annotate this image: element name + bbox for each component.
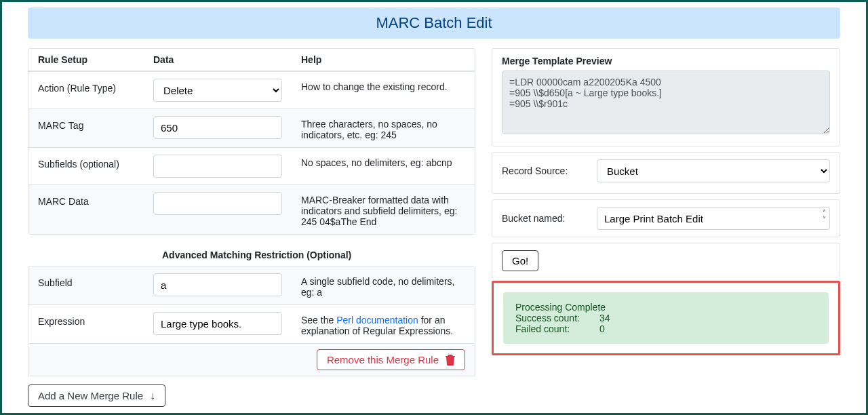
adv-subfield-label: Subfield: [38, 273, 153, 288]
merge-preview-panel: Merge Template Preview: [492, 48, 840, 146]
bucket-name-input[interactable]: [597, 207, 830, 230]
adv-expression-input[interactable]: [153, 312, 282, 335]
adv-subfield-help: A single subfield code, no delimiters, e…: [301, 273, 465, 298]
header-help: Help: [301, 54, 465, 65]
subfields-help: No spaces, no delimiters, eg: abcnp: [301, 155, 465, 168]
page-title: MARC Batch Edit: [28, 7, 840, 39]
advanced-heading: Advanced Matching Restriction (Optional): [28, 244, 475, 266]
processing-complete-text: Processing Complete: [515, 302, 816, 313]
remove-rule-label: Remove this Merge Rule: [327, 354, 439, 365]
processing-result: Processing Complete Success count: 34 Fa…: [503, 292, 829, 344]
bucket-panel: Bucket named: ˄˅: [492, 199, 840, 237]
success-count-value: 34: [599, 313, 610, 323]
record-source-select[interactable]: Bucket: [597, 159, 830, 182]
action-help: How to change the existing record.: [301, 79, 465, 92]
go-button[interactable]: Go!: [502, 250, 538, 271]
marc-data-label: MARC Data: [38, 192, 153, 207]
adv-subfield-input[interactable]: [153, 273, 282, 296]
subfields-input[interactable]: [153, 155, 282, 178]
record-source-label: Record Source:: [502, 165, 576, 176]
trash-icon: [446, 355, 455, 365]
merge-preview-label: Merge Template Preview: [502, 56, 830, 66]
chevron-down-icon[interactable]: ˅: [823, 216, 826, 223]
remove-rule-button[interactable]: Remove this Merge Rule: [317, 349, 465, 370]
add-rule-button[interactable]: Add a New Merge Rule ↓: [28, 384, 165, 407]
header-rule-setup: Rule Setup: [38, 54, 153, 65]
marc-data-help: MARC-Breaker formatted data with indicat…: [301, 192, 465, 227]
success-count-label: Success count:: [515, 313, 583, 323]
result-highlight: Processing Complete Success count: 34 Fa…: [492, 281, 840, 355]
subfields-label: Subfields (optional): [38, 155, 153, 170]
merge-preview-textarea[interactable]: [502, 71, 830, 134]
action-select[interactable]: Delete: [153, 79, 282, 102]
adv-expression-label: Expression: [38, 312, 153, 327]
perl-doc-link[interactable]: Perl documentation: [336, 315, 418, 325]
record-source-panel: Record Source: Bucket: [492, 152, 840, 194]
bucket-spinner[interactable]: ˄˅: [823, 210, 826, 223]
marc-tag-label: MARC Tag: [38, 116, 153, 131]
rule-table: Rule Setup Data Help Action (Rule Type) …: [28, 48, 475, 235]
header-data: Data: [153, 54, 301, 65]
bucket-label: Bucket named:: [502, 213, 576, 224]
failed-count-label: Failed count:: [515, 323, 583, 334]
failed-count-value: 0: [599, 323, 605, 334]
arrow-down-icon: ↓: [150, 391, 155, 401]
adv-expression-help: See the Perl documentation for an explan…: [301, 312, 465, 336]
marc-tag-help: Three characters, no spaces, no indicato…: [301, 116, 465, 140]
marc-data-input[interactable]: [153, 192, 282, 215]
marc-tag-input[interactable]: [153, 116, 282, 139]
action-label: Action (Rule Type): [38, 79, 153, 94]
add-rule-label: Add a New Merge Rule: [38, 390, 143, 401]
